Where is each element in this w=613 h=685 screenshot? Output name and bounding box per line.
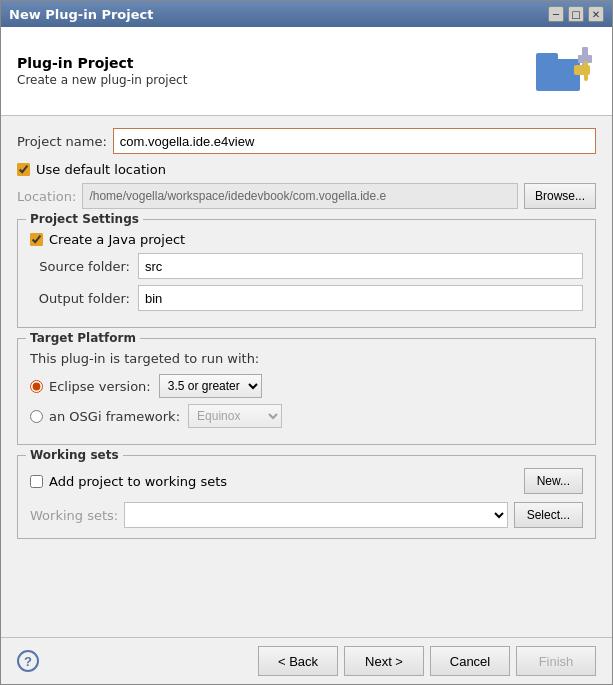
help-button[interactable]: ? bbox=[17, 650, 39, 672]
project-name-label: Project name: bbox=[17, 134, 107, 149]
project-settings-content: Create a Java project Source folder: Out… bbox=[30, 232, 583, 311]
cancel-button[interactable]: Cancel bbox=[430, 646, 510, 676]
osgi-framework-label: an OSGi framework: bbox=[49, 409, 180, 424]
use-default-location-label: Use default location bbox=[36, 162, 166, 177]
use-default-location-checkbox[interactable] bbox=[17, 163, 30, 176]
create-java-project-label: Create a Java project bbox=[49, 232, 185, 247]
dialog-footer: ? < Back Next > Cancel Finish bbox=[1, 637, 612, 684]
finish-button[interactable]: Finish bbox=[516, 646, 596, 676]
add-to-working-sets-checkbox[interactable] bbox=[30, 475, 43, 488]
osgi-framework-row: an OSGi framework: Equinox Felix Knopfle… bbox=[30, 404, 583, 428]
footer-buttons: < Back Next > Cancel Finish bbox=[258, 646, 596, 676]
project-settings-section: Project Settings Create a Java project S… bbox=[17, 219, 596, 328]
svg-rect-1 bbox=[536, 53, 558, 63]
wizard-icon bbox=[532, 39, 596, 103]
dialog-header: Plug-in Project Create a new plug-in pro… bbox=[1, 27, 612, 116]
dialog-content: Project name: Use default location Locat… bbox=[1, 116, 612, 637]
location-label: Location: bbox=[17, 189, 76, 204]
source-folder-row: Source folder: bbox=[30, 253, 583, 279]
maximize-button[interactable]: □ bbox=[568, 6, 584, 22]
location-input bbox=[82, 183, 518, 209]
header-text: Plug-in Project Create a new plug-in pro… bbox=[17, 55, 187, 87]
working-sets-section: Working sets Add project to working sets… bbox=[17, 455, 596, 539]
page-subtitle: Create a new plug-in project bbox=[17, 73, 187, 87]
svg-rect-0 bbox=[536, 59, 580, 91]
eclipse-version-label: Eclipse version: bbox=[49, 379, 151, 394]
svg-rect-3 bbox=[582, 47, 588, 59]
working-sets-top-row: Add project to working sets New... bbox=[30, 468, 583, 494]
add-to-working-sets-row: Add project to working sets bbox=[30, 474, 227, 489]
source-folder-label: Source folder: bbox=[30, 259, 130, 274]
next-button[interactable]: Next > bbox=[344, 646, 424, 676]
output-folder-label: Output folder: bbox=[30, 291, 130, 306]
svg-rect-6 bbox=[584, 61, 588, 81]
osgi-framework-select[interactable]: Equinox Felix Knopflerfish bbox=[188, 404, 282, 428]
new-working-set-button[interactable]: New... bbox=[524, 468, 583, 494]
title-bar: New Plug-in Project ─ □ ✕ bbox=[1, 1, 612, 27]
working-sets-label-row: Working sets: Select... bbox=[30, 502, 583, 528]
title-bar-buttons: ─ □ ✕ bbox=[548, 6, 604, 22]
select-working-set-button[interactable]: Select... bbox=[514, 502, 583, 528]
close-button[interactable]: ✕ bbox=[588, 6, 604, 22]
add-to-working-sets-label: Add project to working sets bbox=[49, 474, 227, 489]
title-bar-label: New Plug-in Project bbox=[9, 7, 153, 22]
working-sets-label: Working sets: bbox=[30, 508, 118, 523]
eclipse-version-select[interactable]: 3.5 or greater 4.x 3.4 3.3 bbox=[159, 374, 262, 398]
project-name-row: Project name: bbox=[17, 128, 596, 154]
back-button[interactable]: < Back bbox=[258, 646, 338, 676]
eclipse-version-radio[interactable] bbox=[30, 380, 43, 393]
dialog-window: New Plug-in Project ─ □ ✕ Plug-in Projec… bbox=[0, 0, 613, 685]
project-settings-legend: Project Settings bbox=[26, 212, 143, 226]
eclipse-version-row: Eclipse version: 3.5 or greater 4.x 3.4 … bbox=[30, 374, 583, 398]
source-folder-input[interactable] bbox=[138, 253, 583, 279]
browse-button[interactable]: Browse... bbox=[524, 183, 596, 209]
output-folder-row: Output folder: bbox=[30, 285, 583, 311]
working-sets-legend: Working sets bbox=[26, 448, 123, 462]
working-sets-content: Add project to working sets New... Worki… bbox=[30, 468, 583, 528]
create-java-project-row: Create a Java project bbox=[30, 232, 583, 247]
minimize-button[interactable]: ─ bbox=[548, 6, 564, 22]
page-title: Plug-in Project bbox=[17, 55, 187, 71]
project-name-input[interactable] bbox=[113, 128, 596, 154]
target-description: This plug-in is targeted to run with: bbox=[30, 351, 583, 366]
location-row: Location: Browse... bbox=[17, 183, 596, 209]
footer-left: ? bbox=[17, 650, 39, 672]
osgi-framework-radio[interactable] bbox=[30, 410, 43, 423]
target-platform-section: Target Platform This plug-in is targeted… bbox=[17, 338, 596, 445]
create-java-project-checkbox[interactable] bbox=[30, 233, 43, 246]
target-platform-content: This plug-in is targeted to run with: Ec… bbox=[30, 351, 583, 428]
target-platform-legend: Target Platform bbox=[26, 331, 140, 345]
use-default-location-row: Use default location bbox=[17, 162, 596, 177]
working-sets-combo[interactable] bbox=[124, 502, 507, 528]
output-folder-input[interactable] bbox=[138, 285, 583, 311]
